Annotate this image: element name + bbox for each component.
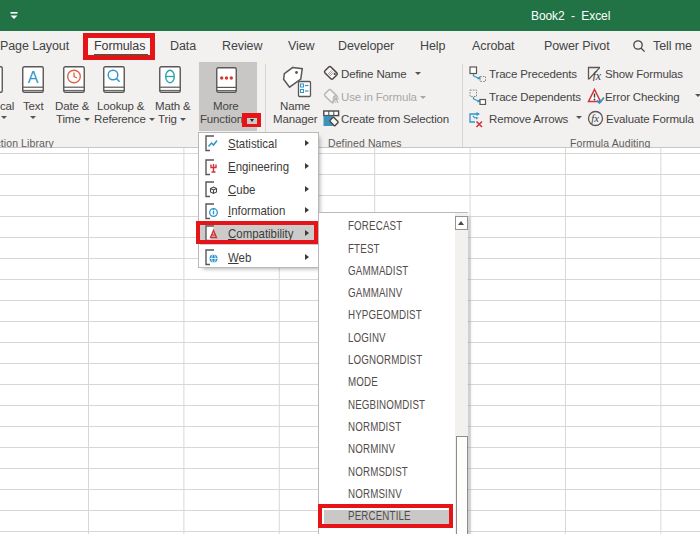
svg-text:fx: fx: [332, 95, 340, 104]
svg-text:fx: fx: [593, 69, 602, 82]
svg-text:fx: fx: [591, 113, 599, 124]
svg-text:A: A: [28, 69, 39, 86]
